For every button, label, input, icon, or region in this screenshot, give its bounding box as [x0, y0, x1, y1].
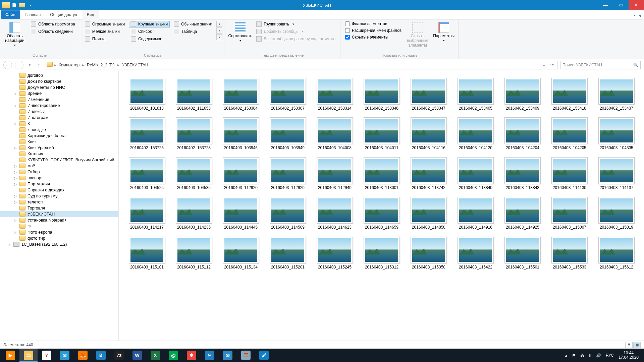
tree-item[interactable]: Торговля: [0, 205, 118, 211]
tree-item[interactable]: Справки о доходах: [0, 187, 118, 193]
nav-pane-button[interactable]: Область навигации ▾: [3, 21, 27, 48]
tree-item[interactable]: ▷телетоп: [0, 199, 118, 205]
tray-battery-icon[interactable]: ▯: [589, 353, 591, 358]
file-item[interactable]: 20160402_153346: [359, 78, 405, 111]
tree-expander-icon[interactable]: ▷: [7, 243, 11, 246]
tab-view[interactable]: Вид: [82, 10, 99, 19]
preview-pane-button[interactable]: Область просмотра: [29, 21, 77, 27]
file-item[interactable]: 20160403_103946: [218, 117, 264, 150]
sizeall-button[interactable]: Все столбцы по размеру содержимого: [254, 36, 337, 42]
tree-item[interactable]: ▷1C_Bases (192.168.1.2): [0, 241, 118, 247]
file-item[interactable]: 20160403_114925: [500, 197, 545, 230]
tree-item[interactable]: фото тир: [0, 235, 118, 241]
file-item[interactable]: 20160403_104116: [406, 117, 451, 150]
crumb-current[interactable]: УЗБЕКИСТАН: [121, 63, 150, 67]
file-item[interactable]: 20160403_115422: [453, 237, 498, 269]
tray-flag-icon[interactable]: ⚑: [572, 353, 576, 358]
file-item[interactable]: 20160403_112929: [265, 157, 311, 190]
tree-item[interactable]: КУЛЬТУРА_ПОЛИГЛОТ_Выучим Английский: [0, 157, 118, 163]
crumb-sep-icon[interactable]: ▸: [117, 63, 119, 67]
file-item[interactable]: 20160403_104205: [547, 117, 592, 150]
tray-network-icon[interactable]: 🖧: [580, 353, 584, 358]
tab-home[interactable]: Главная: [21, 10, 46, 19]
file-item[interactable]: 20160402_101613: [124, 78, 170, 111]
folder-tree[interactable]: договорДоки по квартиреДокументы по ИИС▷…: [0, 71, 119, 341]
item-checkboxes-checkbox[interactable]: [345, 21, 350, 26]
layout-small-button[interactable]: Мелкие значки: [83, 28, 127, 35]
minimize-button[interactable]: —: [598, 0, 613, 10]
tree-expander-icon[interactable]: ▷: [13, 170, 17, 174]
file-item[interactable]: 20160402_153314: [312, 78, 358, 111]
file-item[interactable]: 20160403_114659: [359, 197, 405, 230]
file-item[interactable]: 20160402_153307: [265, 78, 311, 111]
hidden-items-checkbox[interactable]: [345, 35, 350, 40]
content-pane[interactable]: 20160402_10161320160402_11165320160402_1…: [119, 71, 644, 341]
file-item[interactable]: 20160402_153405: [453, 78, 498, 111]
tree-item[interactable]: УЗБЕКИСТАН: [0, 211, 118, 217]
tree-expander-icon[interactable]: ▷: [13, 92, 17, 96]
address-dropdown-icon[interactable]: ⌄: [540, 63, 548, 67]
layout-list-button[interactable]: Список: [129, 28, 170, 35]
file-item[interactable]: 20160403_104008: [312, 117, 358, 150]
crumb-computer[interactable]: Компьютер: [57, 63, 81, 67]
file-item[interactable]: 20160403_115612: [594, 237, 639, 269]
taskbar-excel[interactable]: X: [146, 349, 164, 362]
ribbon-collapse-icon[interactable]: ⌃: [633, 14, 636, 19]
file-item[interactable]: 20160403_114858: [406, 197, 451, 230]
crumb-sep-icon[interactable]: ▸: [54, 63, 56, 67]
tree-item[interactable]: ▷Инвестирование: [0, 103, 118, 109]
tray-show-hidden-icon[interactable]: ▴: [565, 353, 567, 358]
file-item[interactable]: 20160402_153409: [500, 78, 545, 111]
tray-clock[interactable]: 10:44 17.04.2020: [619, 351, 639, 360]
file-item[interactable]: 20160403_113843: [500, 157, 545, 190]
tree-item[interactable]: договор: [0, 72, 118, 78]
file-item[interactable]: 20160402_153304: [218, 78, 264, 111]
tree-item[interactable]: Квик: [0, 139, 118, 145]
groupby-button[interactable]: Группировать▾: [254, 21, 337, 27]
addcolumns-button[interactable]: Добавить столбцы▾: [254, 28, 337, 35]
file-item[interactable]: 20160402_153418: [547, 78, 592, 111]
tree-item[interactable]: ▷К: [0, 121, 118, 127]
file-item[interactable]: 20160403_114217: [124, 197, 170, 230]
file-item[interactable]: 20160403_115358: [406, 237, 451, 269]
file-item[interactable]: 20160403_112920: [218, 157, 264, 190]
tree-item[interactable]: ▷Квик Уралсиб: [0, 145, 118, 151]
taskbar-yandex-browser[interactable]: Y: [38, 349, 56, 362]
taskbar-anydesk[interactable]: ✱: [182, 349, 201, 362]
tree-expander-icon[interactable]: ▷: [13, 200, 17, 204]
file-item[interactable]: 20160403_115501: [500, 237, 545, 269]
tree-expander-icon[interactable]: ▷: [13, 146, 17, 150]
tree-expander-icon[interactable]: ▷: [13, 182, 17, 186]
taskbar-firefox[interactable]: 🦊: [74, 349, 92, 362]
taskbar-paint[interactable]: 🖌: [255, 349, 273, 362]
file-item[interactable]: 20160403_114130: [547, 157, 592, 190]
forward-button[interactable]: →: [15, 61, 23, 69]
file-item[interactable]: 20160403_115019: [594, 197, 639, 230]
close-button[interactable]: ✕: [629, 0, 644, 10]
tree-expander-icon[interactable]: ▷: [13, 194, 17, 198]
tree-expander-icon[interactable]: ▷: [13, 176, 17, 180]
tree-item[interactable]: Ф: [0, 223, 118, 229]
taskbar-thunderbird[interactable]: ✉: [219, 349, 237, 362]
taskbar-media-player[interactable]: ▶: [1, 349, 19, 362]
file-item[interactable]: 20160402_111653: [171, 78, 217, 111]
crumb-sep-icon[interactable]: ▸: [82, 63, 84, 67]
file-item[interactable]: 20160403_113742: [406, 157, 451, 190]
file-item[interactable]: 20160403_103949: [265, 117, 311, 150]
tree-item[interactable]: Инстограм: [0, 115, 118, 121]
taskbar-calculator[interactable]: 🧮: [237, 349, 255, 362]
file-item[interactable]: 20160403_115201: [265, 237, 311, 269]
details-pane-button[interactable]: Область сведений: [29, 28, 77, 35]
taskbar-at-app[interactable]: @: [164, 349, 182, 362]
file-item[interactable]: 20160403_114916: [453, 197, 498, 230]
taskbar-word[interactable]: W: [128, 349, 146, 362]
hidden-items-toggle[interactable]: Скрытые элементы: [343, 34, 404, 40]
file-item[interactable]: 20160403_112949: [312, 157, 358, 190]
layout-huge-button[interactable]: Огромные значки: [83, 21, 127, 27]
file-item[interactable]: 20160403_113001: [359, 157, 405, 190]
tray-volume-icon[interactable]: 🔊: [596, 353, 601, 358]
file-item[interactable]: 20160403_104120: [453, 117, 498, 150]
qat-dropdown-icon[interactable]: ▾: [26, 1, 34, 9]
tree-item[interactable]: ▷Установка Notepad++: [0, 217, 118, 223]
file-item[interactable]: 20160403_115134: [218, 237, 264, 269]
